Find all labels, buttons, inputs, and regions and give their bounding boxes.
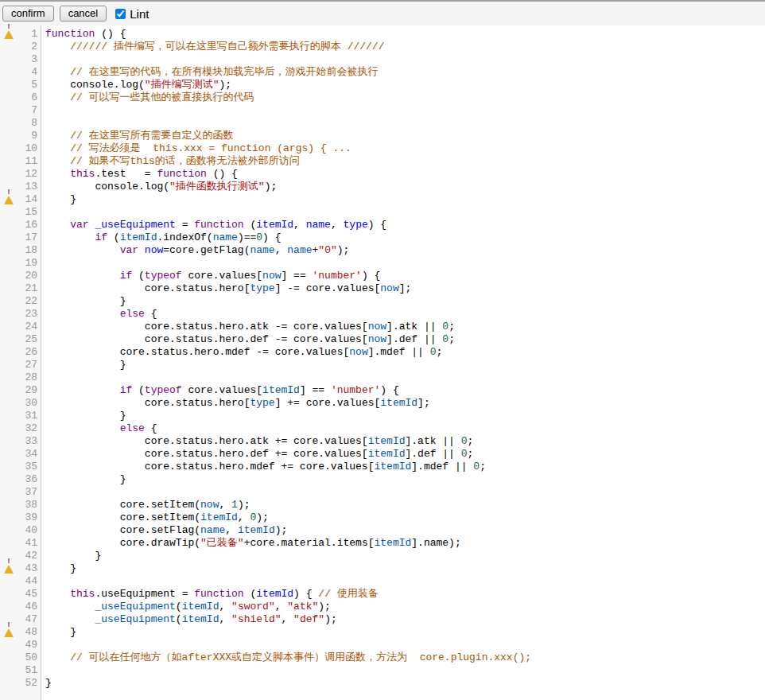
lint-marker-empty (0, 257, 17, 270)
code-text (40, 104, 45, 117)
code-line[interactable]: 2 ////// 插件编写，可以在这里写自己额外需要执行的脚本 ////// (0, 41, 765, 53)
code-line[interactable]: 41 core.drawTip("已装备"+core.material.item… (0, 537, 765, 550)
code-line[interactable]: !14 } (0, 193, 765, 206)
code-line[interactable]: 19 (0, 257, 765, 270)
code-text (40, 257, 45, 270)
code-text: } (40, 295, 126, 308)
lint-marker-empty (0, 410, 17, 422)
code-line[interactable]: 34 core.status.hero.def += core.values[i… (0, 448, 765, 461)
line-number: 6 (17, 91, 40, 104)
code-line[interactable]: !43 } (0, 562, 765, 575)
line-number: 37 (17, 486, 40, 499)
code-line[interactable]: 8 (0, 117, 765, 130)
line-number: 49 (17, 639, 40, 651)
code-line[interactable]: 46 _useEquipment(itemId, "sword", "atk")… (0, 601, 765, 613)
code-text: } (40, 626, 76, 639)
code-line[interactable]: 28 (0, 371, 765, 384)
code-text: core.setItem(now, 1); (40, 499, 250, 511)
code-line[interactable]: 3 (0, 53, 765, 66)
lint-marker-empty (0, 601, 17, 613)
code-line[interactable]: 24 core.status.hero.atk -= core.values[n… (0, 321, 765, 333)
code-line[interactable]: 37 (0, 486, 765, 499)
code-line[interactable]: 25 core.status.hero.def -= core.values[n… (0, 333, 765, 346)
code-line[interactable]: 26 core.status.hero.mdef -= core.values[… (0, 346, 765, 359)
code-line[interactable]: 10 // 写法必须是 this.xxx = function (args) {… (0, 142, 765, 155)
code-line[interactable]: 38 core.setItem(now, 1); (0, 499, 765, 511)
lint-marker-empty (0, 282, 17, 295)
code-line[interactable]: 9 // 在这里写所有需要自定义的函数 (0, 130, 765, 142)
code-line[interactable]: 29 if (typeof core.values[itemId] == 'nu… (0, 384, 765, 397)
code-line[interactable]: 32 else { (0, 422, 765, 435)
code-text: core.drawTip("已装备"+core.material.items[i… (40, 537, 461, 550)
code-text: core.status.hero.mdef += core.values[ite… (40, 461, 486, 473)
toolbar: confirm cancel Lint (0, 0, 765, 25)
code-line[interactable]: 50 // 可以在任何地方（如afterXXX或自定义脚本事件）调用函数，方法为… (0, 651, 765, 664)
code-line[interactable]: 20 if (typeof core.values[now] == 'numbe… (0, 270, 765, 282)
code-line[interactable]: 51 (0, 664, 765, 677)
code-line[interactable]: 15 (0, 206, 765, 219)
code-line[interactable]: 5 console.log("插件编写测试"); (0, 79, 765, 91)
cancel-button[interactable]: cancel (60, 6, 107, 21)
lint-marker-empty (0, 486, 17, 499)
code-line[interactable]: 44 (0, 575, 765, 588)
code-editor[interactable]: !1function () {2 ////// 插件编写，可以在这里写自己额外需… (0, 25, 765, 700)
lint-checkbox[interactable] (115, 9, 126, 19)
code-line[interactable]: 16 var _useEquipment = function (itemId,… (0, 219, 765, 231)
line-number: 27 (17, 359, 40, 371)
code-text: _useEquipment(itemId, "shield", "def"); (40, 613, 337, 626)
code-text: this.test = function () { (40, 168, 238, 181)
line-number: 32 (17, 422, 40, 435)
code-line[interactable]: 13 console.log("插件函数执行测试"); (0, 181, 765, 193)
code-line[interactable]: 40 core.setFlag(name, itemId); (0, 524, 765, 537)
lint-label: Lint (130, 7, 149, 21)
code-line[interactable]: 45 this.useEquipment = function (itemId)… (0, 588, 765, 601)
code-line[interactable]: 27 } (0, 359, 765, 371)
code-line[interactable]: 42 } (0, 550, 765, 562)
code-line[interactable]: 39 core.setItem(itemId, 0); (0, 511, 765, 524)
lint-marker-empty (0, 639, 17, 651)
code-text: core.status.hero.atk -= core.values[now]… (40, 321, 455, 333)
line-number: 45 (17, 588, 40, 601)
code-text: var now=core.getFlag(name, name+"0"); (40, 244, 349, 257)
code-line[interactable]: 22 } (0, 295, 765, 308)
code-line[interactable]: 4 // 在这里写的代码，在所有模块加载完毕后，游戏开始前会被执行 (0, 66, 765, 79)
code-line[interactable]: !1function () { (0, 28, 765, 41)
line-number: 34 (17, 448, 40, 461)
code-line[interactable]: 6 // 可以写一些其他的被直接执行的代码 (0, 91, 765, 104)
code-text: core.setFlag(name, itemId); (40, 524, 287, 537)
line-number: 42 (17, 550, 40, 562)
code-line[interactable]: 23 else { (0, 308, 765, 321)
lint-warning-icon: ! (0, 193, 17, 206)
code-line[interactable]: 35 core.status.hero.mdef += core.values[… (0, 461, 765, 473)
code-text: if (typeof core.values[now] == 'number')… (40, 270, 380, 282)
lint-toggle[interactable]: Lint (115, 7, 149, 21)
lint-marker-empty (0, 651, 17, 664)
lint-warning-icon: ! (0, 562, 17, 575)
code-line[interactable]: 33 core.status.hero.atk += core.values[i… (0, 435, 765, 448)
code-text (40, 53, 45, 66)
lint-marker-empty (0, 206, 17, 219)
code-line[interactable]: 49 (0, 639, 765, 651)
lint-marker-empty (0, 384, 17, 397)
line-number: 12 (17, 168, 40, 181)
code-line[interactable]: !48 } (0, 626, 765, 639)
code-line[interactable]: 31 } (0, 410, 765, 422)
code-line[interactable]: 17 if (itemId.indexOf(name)==0) { (0, 231, 765, 244)
code-line[interactable]: 7 (0, 104, 765, 117)
code-line[interactable]: 18 var now=core.getFlag(name, name+"0"); (0, 244, 765, 257)
code-line[interactable]: 47 _useEquipment(itemId, "shield", "def"… (0, 613, 765, 626)
code-line[interactable]: 12 this.test = function () { (0, 168, 765, 181)
line-number: 39 (17, 511, 40, 524)
confirm-button[interactable]: confirm (2, 6, 54, 21)
code-line[interactable]: 11 // 如果不写this的话，函数将无法被外部所访问 (0, 155, 765, 168)
code-line[interactable]: 30 core.status.hero[type] += core.values… (0, 397, 765, 410)
line-number: 18 (17, 244, 40, 257)
code-line[interactable]: 52} (0, 677, 765, 690)
lint-warning-icon: ! (0, 28, 17, 41)
code-text: } (40, 193, 76, 206)
lint-marker-empty (0, 588, 17, 601)
code-line[interactable]: 21 core.status.hero[type] -= core.values… (0, 282, 765, 295)
code-line[interactable]: 36 } (0, 473, 765, 486)
lint-marker-empty (0, 117, 17, 130)
line-number: 47 (17, 613, 40, 626)
